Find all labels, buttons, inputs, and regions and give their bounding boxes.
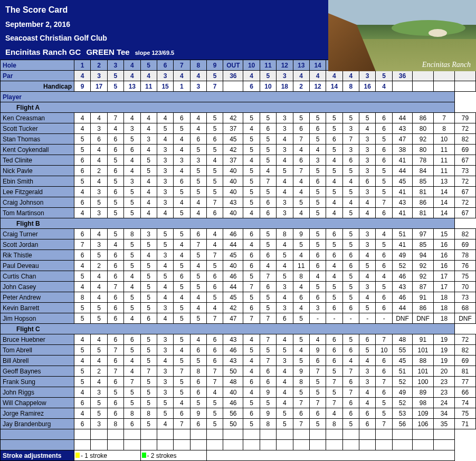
player-row: Peter Andrew8465544454555466554646911873 <box>1 292 476 303</box>
hole-8: 8 <box>190 60 206 71</box>
player-row: Craig Turner6458355644665895653451971582 <box>1 229 476 239</box>
flight-header: Flight A <box>1 102 455 113</box>
flight-header: Flight C <box>1 324 455 334</box>
player-name: John Casey <box>1 282 74 292</box>
player-name: Peter Andrew <box>1 292 74 303</box>
player-name: Rik Thistle <box>1 250 74 261</box>
player-row: Tom Martinson435544546404634545464181146… <box>1 208 476 218</box>
player-row: Scott Tucker434345545374636653464380872 <box>1 123 476 134</box>
hole-14: 14 <box>309 60 326 71</box>
hole-2: 2 <box>91 60 107 71</box>
player-name: Ebin Smith <box>1 176 74 187</box>
hole-13: 13 <box>293 60 309 71</box>
player-name: Tom Martinson <box>1 208 74 218</box>
player-row: Bruce Huebner446653546434745465674891197… <box>1 334 476 345</box>
player-name: Will Chappelow <box>1 398 74 408</box>
course-name: Encinitas Ranch GC <box>5 47 81 56</box>
player-name: Ken Creasman <box>1 113 74 123</box>
player-row: Jim Hopson556464557477765-----DNFDNF18DN… <box>1 313 476 324</box>
player-label: Player <box>1 92 455 102</box>
player-name: Kevin Barrett <box>1 303 74 313</box>
player-name: Paul Deveau <box>1 261 74 271</box>
hole-3: 3 <box>107 60 123 71</box>
player-row: Jay Brandenburg6386547655058575856756106… <box>1 419 476 429</box>
player-name: Jay Brandenburg <box>1 419 74 429</box>
legend-two-strokes: - 2 strokes <box>140 450 207 461</box>
player-row: Will Chappelow65655545546554777645529824… <box>1 398 476 408</box>
player-row: Rik Thistle6565434574566546664649941678 <box>1 250 476 261</box>
player-name: Kent Coykendall <box>1 145 74 155</box>
out-label: OUT <box>223 60 243 71</box>
hole-5: 5 <box>140 60 157 71</box>
course-photo: Encinitas Ranch <box>328 0 476 71</box>
player-row: Jorge Ramirez456885695566956646655310934… <box>1 408 476 419</box>
player-name: Bruce Huebner <box>1 334 74 345</box>
player-row: Ken Creasman447444645425535555564486779 <box>1 113 476 123</box>
player-name: Scott Jordan <box>1 239 74 250</box>
player-name: Craig Johnson <box>1 197 74 208</box>
player-row: Tom Abrell557553466465554966510551011982 <box>1 345 476 356</box>
hole-label: Hole <box>1 60 74 71</box>
scorecard-header: The Score Card September 2, 2016 Seacoas… <box>0 0 476 60</box>
hole-1: 1 <box>74 60 91 71</box>
par-label: Par <box>1 71 74 81</box>
player-name: John Riggs <box>1 387 74 398</box>
player-name: Frank Sung <box>1 377 74 387</box>
player-name: Stan Thomas <box>1 134 74 145</box>
player-name: Curtis Chan <box>1 271 74 282</box>
legend-one-stroke: - 1 stroke <box>74 450 141 461</box>
player-name: Jim Hopson <box>1 313 74 324</box>
player-row: Scott Jordan7345554744445455553541851669 <box>1 239 476 250</box>
flight-header: Flight B <box>1 218 455 229</box>
hole-6: 6 <box>157 60 173 71</box>
hole-4: 4 <box>124 60 140 71</box>
slope-rating: slope 123/69.5 <box>135 50 175 56</box>
player-row: John Casey4474545564476345553543871770 <box>1 282 476 292</box>
player-row: Ted Clinite6454533343745463463641781167 <box>1 155 476 166</box>
player-row: Geoff Baynes5274737875046497573651101208… <box>1 366 476 377</box>
player-row: Lee Fitzgerald43654355540554455535418114… <box>1 187 476 197</box>
hole-9: 9 <box>207 60 223 71</box>
handicap-label: Handicap <box>1 81 74 92</box>
photo-caption: Encinitas Ranch <box>422 61 471 69</box>
player-name: Nick Pavle <box>1 166 74 176</box>
player-name: Scott Tucker <box>1 123 74 134</box>
hole-10: 10 <box>243 60 260 71</box>
hole-12: 12 <box>277 60 293 71</box>
player-row: John Riggs4355535644049455574649892366 <box>1 387 476 398</box>
hole-11: 11 <box>260 60 276 71</box>
player-name: Bill Abrell <box>1 356 74 366</box>
player-row: Curtis Chan5464556564657584454446921775 <box>1 271 476 282</box>
player-row: Craig Johnson655543447435635544474386147… <box>1 197 476 208</box>
tee-name: GREEN Tee <box>86 47 129 56</box>
player-name: Lee Fitzgerald <box>1 187 74 197</box>
player-name: Jorge Ramirez <box>1 408 74 419</box>
player-name: Geoff Baynes <box>1 366 74 377</box>
player-row: Nick Pavle6264534554054575553544841173 <box>1 166 476 176</box>
player-row: Bill Abrell4464545564347356644645881969 <box>1 356 476 366</box>
player-name: Tom Abrell <box>1 345 74 356</box>
player-row: Ebin Smith5453436554057446446545851372 <box>1 176 476 187</box>
player-row: Stan Thomas5665344664555475673547921082 <box>1 134 476 145</box>
player-row: Kevin Barrett556553544426534366564486186… <box>1 303 476 313</box>
player-name: Craig Turner <box>1 229 74 239</box>
player-row: Paul Deveau42655454540644116465652921676 <box>1 261 476 271</box>
player-row: Frank Sung54675356748664857637521002377 <box>1 377 476 387</box>
scorecard-table: Hole123456789OUT101112131415161718INTOTH… <box>0 60 476 461</box>
player-row: Kent Coykendall5466434554255344533638801… <box>1 145 476 155</box>
player-name: Ted Clinite <box>1 155 74 166</box>
hole-7: 7 <box>174 60 190 71</box>
legend-title: Stroke adjustments <box>1 450 74 461</box>
